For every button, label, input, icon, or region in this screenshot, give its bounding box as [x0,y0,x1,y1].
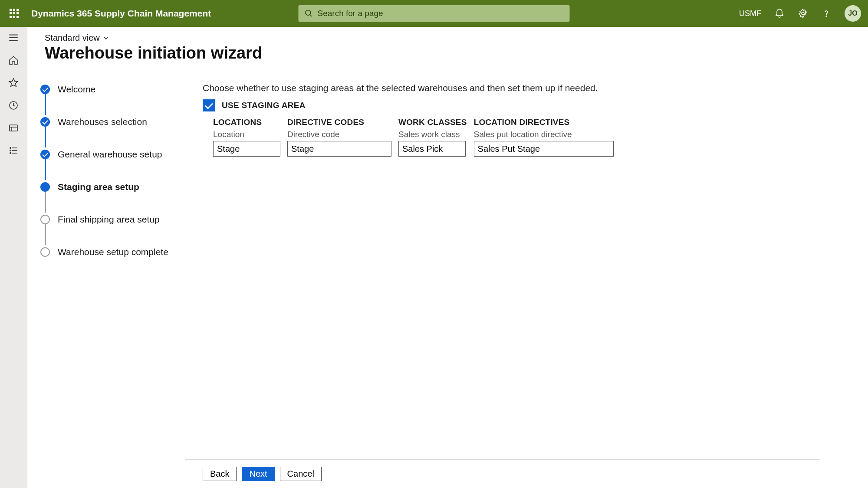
step-staging-area-setup[interactable]: Staging area setup [40,180,172,193]
top-bar: Dynamics 365 Supply Chain Management USM… [0,0,868,27]
step-dot-current-icon [40,182,50,192]
col-work-classes: WORK CLASSES Sales work class [398,118,467,157]
step-final-shipping-area-setup[interactable]: Final shipping area setup [40,213,172,226]
svg-point-11 [10,147,11,148]
modules-icon[interactable] [7,144,20,157]
bell-icon[interactable] [774,8,785,19]
svg-rect-8 [10,125,17,131]
wizard-body: Choose whether to use staging areas at t… [185,67,820,459]
step-dot-done-icon [40,85,50,94]
chevron-down-icon [102,35,109,42]
search-input[interactable] [299,5,570,22]
nav-rail [0,27,27,488]
steps-panel: Welcome Warehouses selection General war… [27,67,185,488]
step-label: Final shipping area setup [58,214,160,225]
field-label-locdir: Sales put location directive [474,130,614,139]
topbar-right: USMF JO [739,5,861,22]
col-header-work: WORK CLASSES [398,118,467,127]
view-switcher[interactable]: Standard view [45,33,851,43]
wizard-panel: Choose whether to use staging areas at t… [185,67,820,488]
columns-row: LOCATIONS Location DIRECTIVE CODES Direc… [213,118,803,157]
svg-line-1 [310,15,312,16]
col-header-locdir: LOCATION DIRECTIVES [474,118,614,127]
star-icon[interactable] [7,77,20,89]
field-label-location: Location [213,130,280,139]
step-label: General warehouse setup [58,149,162,160]
home-icon[interactable] [7,54,20,66]
sales-work-class-input[interactable] [398,141,466,157]
svg-point-13 [10,153,11,154]
col-header-locations: LOCATIONS [213,118,280,127]
step-dot-done-icon [40,150,50,159]
step-warehouse-setup-complete[interactable]: Warehouse setup complete [40,246,172,259]
svg-point-0 [306,10,311,16]
app-launcher-icon[interactable] [7,7,21,20]
entity-label[interactable]: USMF [739,9,761,18]
help-icon[interactable] [821,8,832,19]
search-wrap [299,5,570,22]
view-label: Standard view [45,33,100,43]
step-warehouses-selection[interactable]: Warehouses selection [40,115,172,128]
step-label: Warehouses selection [58,117,147,127]
page-title: Warehouse initiation wizard [45,44,851,62]
step-connector [45,191,46,213]
avatar[interactable]: JO [845,5,861,22]
step-dot-todo-icon [40,247,50,257]
body-split: Welcome Warehouses selection General war… [27,67,868,488]
search-icon [305,9,313,18]
col-locations: LOCATIONS Location [213,118,280,157]
svg-point-12 [10,150,11,151]
col-location-directives: LOCATION DIRECTIVES Sales put location d… [474,118,614,157]
step-connector [45,93,46,115]
use-staging-checkbox[interactable] [203,99,215,111]
step-general-warehouse-setup[interactable]: General warehouse setup [40,148,172,161]
step-connector [45,223,46,245]
svg-point-2 [802,12,804,15]
directive-code-input[interactable] [287,141,391,157]
recent-icon[interactable] [7,99,20,111]
use-staging-row: USE STAGING AREA [203,99,803,111]
field-label-work: Sales work class [398,130,467,139]
main-panel: Standard view Warehouse initiation wizar… [27,27,868,488]
content-area: Standard view Warehouse initiation wizar… [0,27,868,488]
step-label: Welcome [58,84,95,95]
app-title: Dynamics 365 Supply Chain Management [31,8,211,19]
gear-icon[interactable] [798,8,808,19]
svg-point-3 [826,16,827,17]
instruction-text: Choose whether to use staging areas at t… [203,83,803,93]
hamburger-icon[interactable] [7,32,20,44]
page-header: Standard view Warehouse initiation wizar… [27,27,868,67]
next-button[interactable]: Next [242,467,274,481]
back-button[interactable]: Back [203,467,237,481]
step-dot-todo-icon [40,215,50,224]
step-connector [45,158,46,180]
location-input[interactable] [213,141,280,157]
field-label-directive: Directive code [287,130,391,139]
step-label: Warehouse setup complete [58,247,168,257]
col-directive-codes: DIRECTIVE CODES Directive code [287,118,391,157]
step-welcome[interactable]: Welcome [40,83,172,96]
cancel-button[interactable]: Cancel [280,467,322,481]
sales-put-location-directive-input[interactable] [474,141,614,157]
col-header-directive: DIRECTIVE CODES [287,118,391,127]
step-label: Staging area setup [58,182,139,192]
workspace-icon[interactable] [7,122,20,134]
wizard-footer: Back Next Cancel [185,459,820,488]
use-staging-label: USE STAGING AREA [222,101,306,110]
step-connector [45,126,46,147]
step-list: Welcome Warehouses selection General war… [40,83,172,259]
step-dot-done-icon [40,117,50,127]
